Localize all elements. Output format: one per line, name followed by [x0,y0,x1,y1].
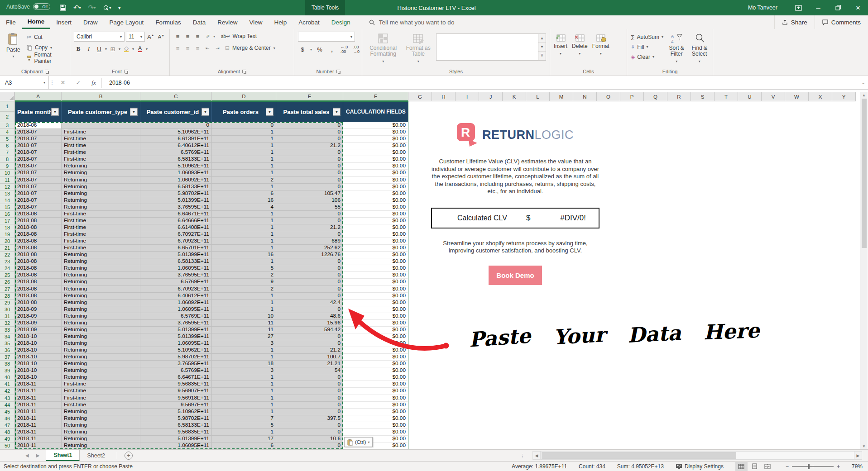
cell[interactable]: 2018-09 [15,313,62,320]
cell[interactable]: 55 [276,204,343,211]
cell[interactable]: 1 [212,211,276,218]
cell[interactable]: Returning [62,374,140,381]
cell[interactable]: 9.56835E+11 [140,429,212,436]
row-header[interactable]: 16 [0,211,15,218]
cell[interactable]: 2018-10 [15,354,62,361]
row-header[interactable]: 13 [0,190,15,197]
undo-icon[interactable]: ↶▾ [73,4,81,12]
cell[interactable]: 17 [212,436,276,442]
cell[interactable]: 9.56918E+11 [140,395,212,402]
cell[interactable]: 2018-08 [15,286,62,293]
cell[interactable]: 2018-07 [15,170,62,176]
cell[interactable]: 6.61408E+11 [140,224,212,231]
cell[interactable]: Returning [62,347,140,354]
cell[interactable]: 0 [276,272,343,279]
cell[interactable]: 2018-11 [15,442,62,449]
cell[interactable]: $0.00 [343,211,408,218]
cell[interactable] [62,122,140,129]
increase-decimal-icon[interactable]: ←.0.00 [340,45,349,54]
cell[interactable]: 1 [212,218,276,224]
cell[interactable]: 2018-07 [15,149,62,156]
user-name[interactable]: Mo Tanveer [748,5,777,11]
format-cells-button[interactable]: Format▾ [592,33,609,67]
column-header[interactable]: C [140,92,212,101]
cell[interactable]: Returning [62,306,140,313]
cell[interactable]: 1 [212,409,276,415]
cell[interactable]: 0 [276,306,343,313]
cell[interactable]: 2018-11 [15,402,62,409]
cell[interactable]: 0 [276,184,343,190]
borders-dropdown-icon[interactable]: ▾ [119,47,120,51]
cell[interactable]: 2018-11 [15,415,62,422]
cell[interactable]: 0 [276,170,343,176]
cell[interactable]: $0.00 [343,224,408,231]
cell[interactable]: First-time [62,136,140,143]
merge-center-button[interactable]: ⊟Merge & Center▾ [225,43,275,52]
cell[interactable]: 105.47 [276,190,343,197]
cell[interactable]: 6.64671E+11 [140,374,212,381]
active-cell[interactable]: 2018-06 [15,122,62,129]
cell[interactable]: 5 [212,422,276,429]
cell[interactable]: 0 [276,409,343,415]
cell[interactable]: 2018-11 [15,381,62,388]
cell[interactable]: 2018-07 [15,129,62,136]
cell[interactable]: 1 [212,238,276,245]
cell[interactable]: 1 [212,293,276,300]
cell[interactable]: 0 [276,402,343,409]
cell[interactable]: 2018-07 [15,156,62,163]
cell[interactable]: 2018-08 [15,293,62,300]
format-painter-button[interactable]: Format Painter [27,53,66,62]
column-header[interactable]: I [456,92,479,101]
cell[interactable]: $0.00 [343,327,408,333]
comma-style-icon[interactable]: , [327,45,336,54]
paste-button[interactable]: Paste ▾ [4,32,23,67]
cell[interactable]: 1 [212,258,276,265]
column-header[interactable]: Q [644,92,667,101]
cell[interactable]: 2018-10 [15,374,62,381]
cell[interactable]: 0 [212,122,276,129]
autosum-button[interactable]: ∑AutoSum▾ [631,33,663,41]
accounting-dropdown-icon[interactable]: ▾ [310,48,312,52]
formula-bar-splitter[interactable]: ⋮ [49,80,55,86]
gallery-up-icon[interactable]: ▲ [538,34,546,43]
row-header[interactable]: 33 [0,327,15,333]
cell[interactable]: 6.70927E+11 [140,231,212,238]
row-header[interactable]: 38 [0,361,15,367]
cell[interactable]: $0.00 [343,136,408,143]
cell[interactable]: Returning [62,190,140,197]
column-header[interactable]: A [15,92,62,101]
cell[interactable]: 27 [212,333,276,340]
row-header[interactable]: 4 [0,129,15,136]
column-header[interactable]: P [620,92,644,101]
cell[interactable]: 0 [276,374,343,381]
cell[interactable]: 5.01399E+11 [140,436,212,442]
cell[interactable]: 100.7 [276,354,343,361]
cell[interactable]: 2018-11 [15,409,62,415]
redo-icon[interactable]: ↷▾ [88,4,96,12]
cell[interactable]: 2018-07 [15,136,62,143]
cell[interactable]: 9 [212,279,276,285]
cell[interactable]: 3 [212,340,276,347]
cell[interactable]: 0 [276,340,343,347]
customize-qat-icon[interactable]: ▾ [118,5,120,10]
cell[interactable]: $0.00 [343,197,408,204]
decrease-decimal-icon[interactable]: .00→0 [352,45,361,54]
cell[interactable]: 21.21 [276,361,343,367]
row-header[interactable]: 25 [0,272,15,279]
cell[interactable]: 2018-11 [15,388,62,395]
cell[interactable]: 1.06095E+11 [140,265,212,272]
cell[interactable]: 1 [212,143,276,149]
cell[interactable]: 1 [212,300,276,306]
gallery-more-icon[interactable]: ⊽ [538,52,546,60]
row-header[interactable]: 50 [0,442,15,449]
cell[interactable]: 2018-07 [15,197,62,204]
cancel-icon[interactable]: ✕ [55,79,71,86]
cell[interactable]: 0 [140,122,212,129]
row-header[interactable]: 27 [0,286,15,293]
cell[interactable]: 2018-10 [15,367,62,374]
cell[interactable]: 0 [276,149,343,156]
cell[interactable]: 6.65701E+11 [140,245,212,252]
cell[interactable]: 1 [212,245,276,252]
cell[interactable]: 0 [276,218,343,224]
cell[interactable]: 6.5769E+11 [140,367,212,374]
